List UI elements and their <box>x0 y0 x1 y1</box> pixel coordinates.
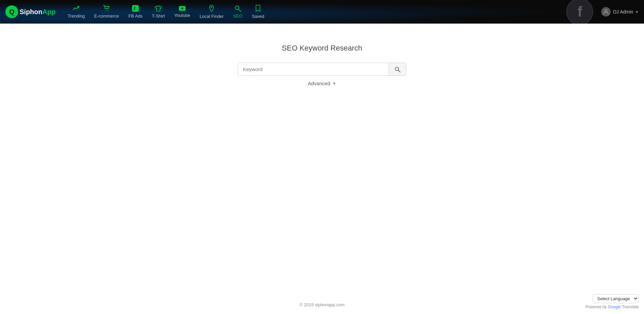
svg-point-1 <box>108 10 108 11</box>
keyword-search-input[interactable] <box>238 63 389 75</box>
nav-label-youtube: Youtube <box>174 13 190 18</box>
sidebar-item-fb-ads[interactable]: f FB Ads <box>124 3 147 21</box>
advanced-caret-icon: ▼ <box>332 81 336 86</box>
logo-siphon: Siphon <box>20 8 42 15</box>
powered-text: Powered by <box>585 305 608 309</box>
logo[interactable]: SiphonApp <box>5 5 56 18</box>
logo-app: App <box>42 8 56 15</box>
google-text: Google <box>608 305 621 309</box>
main-content: SEO Keyword Research Advanced ▼ <box>0 24 644 295</box>
logo-icon <box>5 5 18 18</box>
nav-label-ecommerce: E-commerce <box>94 13 119 19</box>
sidebar-item-seo[interactable]: SEO <box>229 3 246 21</box>
user-menu[interactable]: OJ Admin ▼ <box>601 7 639 17</box>
nav-label-seo: SEO <box>233 13 242 19</box>
user-name: OJ Admin <box>613 9 633 14</box>
user-dropdown-caret: ▼ <box>635 10 639 14</box>
sidebar-item-youtube[interactable]: Youtube <box>170 4 194 20</box>
sidebar-item-saved[interactable]: Saved <box>248 3 268 21</box>
advanced-dropdown[interactable]: Advanced ▼ <box>308 81 336 86</box>
local-finder-icon <box>209 5 214 13</box>
trending-icon <box>73 5 79 13</box>
seo-icon <box>234 5 241 13</box>
search-button[interactable] <box>389 63 406 75</box>
search-button-icon <box>394 66 400 72</box>
sidebar-item-ecommerce[interactable]: E-commerce <box>90 3 123 21</box>
fb-circle-decoration: f <box>566 0 593 24</box>
ecommerce-icon <box>103 5 110 13</box>
footer-bottom: Select Language Powered by Google Transl… <box>585 294 639 309</box>
svg-text:f: f <box>134 6 135 11</box>
svg-point-6 <box>211 6 212 8</box>
nav-label-fb-ads: FB Ads <box>128 13 142 19</box>
nav-label-trending: Trending <box>68 13 85 19</box>
nav-items: Trending E-commerce f FB Ads <box>64 3 567 21</box>
nav-label-tshirt: T-Shirt <box>152 13 165 19</box>
sidebar-item-trending[interactable]: Trending <box>64 3 89 21</box>
user-avatar-icon <box>601 7 611 17</box>
powered-by-text: Powered by Google Translate <box>585 305 639 309</box>
translate-text: Translate <box>622 305 639 309</box>
svg-point-9 <box>605 10 607 12</box>
advanced-label: Advanced <box>308 81 330 86</box>
fb-ads-icon: f <box>132 5 139 13</box>
footer-copyright: © 2019 siphonapp.com <box>299 302 345 307</box>
sidebar-item-tshirt[interactable]: T-Shirt <box>148 3 169 21</box>
svg-point-0 <box>106 10 106 11</box>
saved-icon <box>255 5 261 13</box>
tshirt-icon <box>155 5 162 13</box>
sidebar-item-local-finder[interactable]: Local Finder <box>196 3 228 21</box>
language-select[interactable]: Select Language <box>593 294 639 303</box>
search-container <box>238 63 406 76</box>
youtube-icon <box>179 6 186 12</box>
page-title: SEO Keyword Research <box>282 44 362 53</box>
svg-rect-2 <box>132 5 139 12</box>
navbar: SiphonApp Trending E-commerce <box>0 0 644 24</box>
svg-line-8 <box>238 9 241 12</box>
logo-text: SiphonApp <box>20 8 56 16</box>
nav-label-local-finder: Local Finder <box>200 14 224 19</box>
nav-label-saved: Saved <box>252 14 264 19</box>
footer: © 2019 siphonapp.com <box>0 295 644 314</box>
svg-line-11 <box>398 70 400 72</box>
